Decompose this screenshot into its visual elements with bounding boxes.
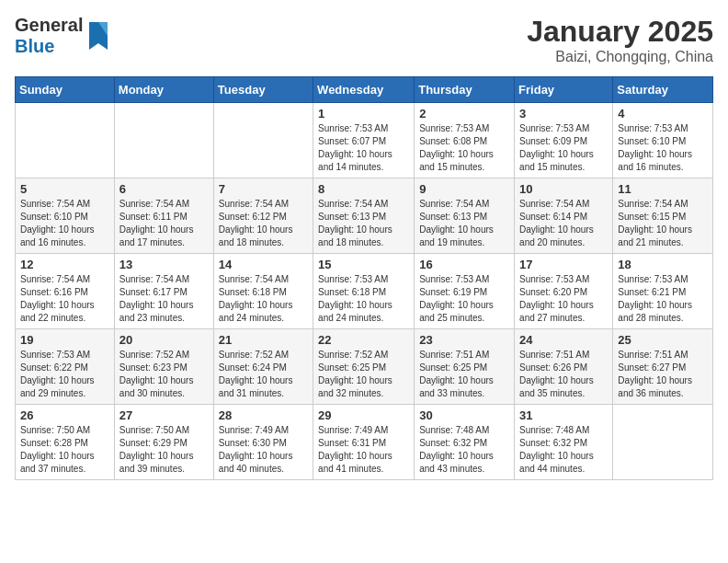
day-cell-29: 29Sunrise: 7:49 AM Sunset: 6:31 PM Dayli…	[313, 405, 415, 480]
day-info: Sunrise: 7:50 AM Sunset: 6:29 PM Dayligh…	[119, 424, 209, 476]
day-cell-13: 13Sunrise: 7:54 AM Sunset: 6:17 PM Dayli…	[114, 254, 213, 329]
month-title: January 2025	[527, 15, 713, 49]
weekday-header-wednesday: Wednesday	[313, 77, 415, 103]
day-cell-15: 15Sunrise: 7:53 AM Sunset: 6:18 PM Dayli…	[313, 254, 415, 329]
day-number: 23	[419, 333, 509, 347]
day-info: Sunrise: 7:51 AM Sunset: 6:26 PM Dayligh…	[519, 349, 608, 400]
day-number: 22	[318, 333, 409, 347]
day-number: 20	[119, 333, 209, 347]
week-row-5: 26Sunrise: 7:50 AM Sunset: 6:28 PM Dayli…	[16, 405, 713, 480]
day-cell-16: 16Sunrise: 7:53 AM Sunset: 6:19 PM Dayli…	[415, 254, 515, 329]
weekday-header-tuesday: Tuesday	[213, 77, 313, 103]
empty-cell	[213, 103, 313, 178]
day-cell-20: 20Sunrise: 7:52 AM Sunset: 6:23 PM Dayli…	[114, 329, 213, 405]
day-number: 31	[519, 408, 608, 422]
day-info: Sunrise: 7:53 AM Sunset: 6:08 PM Dayligh…	[419, 122, 509, 174]
day-number: 1	[318, 107, 409, 121]
day-info: Sunrise: 7:49 AM Sunset: 6:30 PM Dayligh…	[219, 424, 308, 476]
day-cell-14: 14Sunrise: 7:54 AM Sunset: 6:18 PM Dayli…	[213, 254, 313, 329]
day-cell-18: 18Sunrise: 7:53 AM Sunset: 6:21 PM Dayli…	[613, 254, 713, 329]
day-cell-11: 11Sunrise: 7:54 AM Sunset: 6:15 PM Dayli…	[613, 178, 713, 254]
weekday-header-monday: Monday	[114, 77, 213, 103]
day-number: 11	[618, 182, 708, 196]
day-info: Sunrise: 7:54 AM Sunset: 6:13 PM Dayligh…	[419, 198, 509, 249]
day-cell-31: 31Sunrise: 7:48 AM Sunset: 6:32 PM Dayli…	[515, 405, 613, 480]
day-number: 9	[419, 182, 509, 196]
empty-cell	[16, 103, 115, 178]
weekday-header-friday: Friday	[515, 77, 613, 103]
day-info: Sunrise: 7:52 AM Sunset: 6:25 PM Dayligh…	[318, 349, 409, 400]
day-info: Sunrise: 7:53 AM Sunset: 6:10 PM Dayligh…	[618, 122, 708, 174]
day-number: 13	[119, 258, 209, 271]
day-number: 5	[20, 182, 109, 196]
day-info: Sunrise: 7:54 AM Sunset: 6:14 PM Dayligh…	[519, 198, 608, 249]
day-info: Sunrise: 7:53 AM Sunset: 6:19 PM Dayligh…	[419, 273, 509, 325]
day-info: Sunrise: 7:54 AM Sunset: 6:17 PM Dayligh…	[119, 273, 209, 325]
empty-cell	[613, 405, 713, 480]
day-info: Sunrise: 7:54 AM Sunset: 6:10 PM Dayligh…	[20, 198, 109, 249]
day-info: Sunrise: 7:53 AM Sunset: 6:22 PM Dayligh…	[20, 349, 109, 400]
day-cell-30: 30Sunrise: 7:48 AM Sunset: 6:32 PM Dayli…	[415, 405, 515, 480]
day-cell-28: 28Sunrise: 7:49 AM Sunset: 6:30 PM Dayli…	[213, 405, 313, 480]
day-number: 24	[519, 333, 608, 347]
day-number: 18	[618, 258, 708, 271]
week-row-4: 19Sunrise: 7:53 AM Sunset: 6:22 PM Dayli…	[16, 329, 713, 405]
day-number: 7	[219, 182, 308, 196]
logo-icon	[85, 17, 112, 54]
page-header: General Blue January 2025 Baizi, Chongqi…	[15, 15, 713, 65]
day-number: 27	[119, 408, 209, 422]
day-number: 4	[618, 107, 708, 121]
day-info: Sunrise: 7:53 AM Sunset: 6:18 PM Dayligh…	[318, 273, 409, 325]
day-number: 28	[219, 408, 308, 422]
calendar-table: SundayMondayTuesdayWednesdayThursdayFrid…	[15, 76, 713, 480]
weekday-header-sunday: Sunday	[16, 77, 115, 103]
day-cell-27: 27Sunrise: 7:50 AM Sunset: 6:29 PM Dayli…	[114, 405, 213, 480]
week-row-2: 5Sunrise: 7:54 AM Sunset: 6:10 PM Daylig…	[16, 178, 713, 254]
day-number: 6	[119, 182, 209, 196]
day-info: Sunrise: 7:54 AM Sunset: 6:11 PM Dayligh…	[119, 198, 209, 249]
day-cell-1: 1Sunrise: 7:53 AM Sunset: 6:07 PM Daylig…	[313, 103, 415, 178]
day-cell-19: 19Sunrise: 7:53 AM Sunset: 6:22 PM Dayli…	[16, 329, 115, 405]
day-cell-21: 21Sunrise: 7:52 AM Sunset: 6:24 PM Dayli…	[213, 329, 313, 405]
day-number: 12	[20, 258, 109, 271]
day-number: 8	[318, 182, 409, 196]
day-info: Sunrise: 7:54 AM Sunset: 6:12 PM Dayligh…	[219, 198, 308, 249]
day-number: 16	[419, 258, 509, 271]
title-block: January 2025 Baizi, Chongqing, China	[527, 15, 713, 65]
day-info: Sunrise: 7:51 AM Sunset: 6:27 PM Dayligh…	[618, 349, 708, 400]
day-info: Sunrise: 7:52 AM Sunset: 6:24 PM Dayligh…	[219, 349, 308, 400]
day-number: 19	[20, 333, 109, 347]
day-info: Sunrise: 7:51 AM Sunset: 6:25 PM Dayligh…	[419, 349, 509, 400]
day-info: Sunrise: 7:54 AM Sunset: 6:16 PM Dayligh…	[20, 273, 109, 325]
day-cell-24: 24Sunrise: 7:51 AM Sunset: 6:26 PM Dayli…	[515, 329, 613, 405]
day-cell-3: 3Sunrise: 7:53 AM Sunset: 6:09 PM Daylig…	[515, 103, 613, 178]
week-row-1: 1Sunrise: 7:53 AM Sunset: 6:07 PM Daylig…	[16, 103, 713, 178]
day-number: 21	[219, 333, 308, 347]
weekday-header-row: SundayMondayTuesdayWednesdayThursdayFrid…	[16, 77, 713, 103]
day-info: Sunrise: 7:54 AM Sunset: 6:15 PM Dayligh…	[618, 198, 708, 249]
day-info: Sunrise: 7:54 AM Sunset: 6:13 PM Dayligh…	[318, 198, 409, 249]
day-info: Sunrise: 7:53 AM Sunset: 6:09 PM Dayligh…	[519, 122, 608, 174]
week-row-3: 12Sunrise: 7:54 AM Sunset: 6:16 PM Dayli…	[16, 254, 713, 329]
day-number: 3	[519, 107, 608, 121]
day-number: 25	[618, 333, 708, 347]
day-info: Sunrise: 7:52 AM Sunset: 6:23 PM Dayligh…	[119, 349, 209, 400]
day-info: Sunrise: 7:54 AM Sunset: 6:18 PM Dayligh…	[219, 273, 308, 325]
day-cell-23: 23Sunrise: 7:51 AM Sunset: 6:25 PM Dayli…	[415, 329, 515, 405]
day-cell-5: 5Sunrise: 7:54 AM Sunset: 6:10 PM Daylig…	[16, 178, 115, 254]
logo-general: General	[15, 15, 83, 35]
day-cell-17: 17Sunrise: 7:53 AM Sunset: 6:20 PM Dayli…	[515, 254, 613, 329]
day-info: Sunrise: 7:50 AM Sunset: 6:28 PM Dayligh…	[20, 424, 109, 476]
day-number: 14	[219, 258, 308, 271]
day-number: 30	[419, 408, 509, 422]
day-cell-22: 22Sunrise: 7:52 AM Sunset: 6:25 PM Dayli…	[313, 329, 415, 405]
day-number: 15	[318, 258, 409, 271]
day-info: Sunrise: 7:48 AM Sunset: 6:32 PM Dayligh…	[419, 424, 509, 476]
day-info: Sunrise: 7:49 AM Sunset: 6:31 PM Dayligh…	[318, 424, 409, 476]
day-number: 10	[519, 182, 608, 196]
weekday-header-thursday: Thursday	[415, 77, 515, 103]
day-number: 26	[20, 408, 109, 422]
logo: General Blue	[15, 15, 112, 57]
day-number: 2	[419, 107, 509, 121]
day-info: Sunrise: 7:48 AM Sunset: 6:32 PM Dayligh…	[519, 424, 608, 476]
